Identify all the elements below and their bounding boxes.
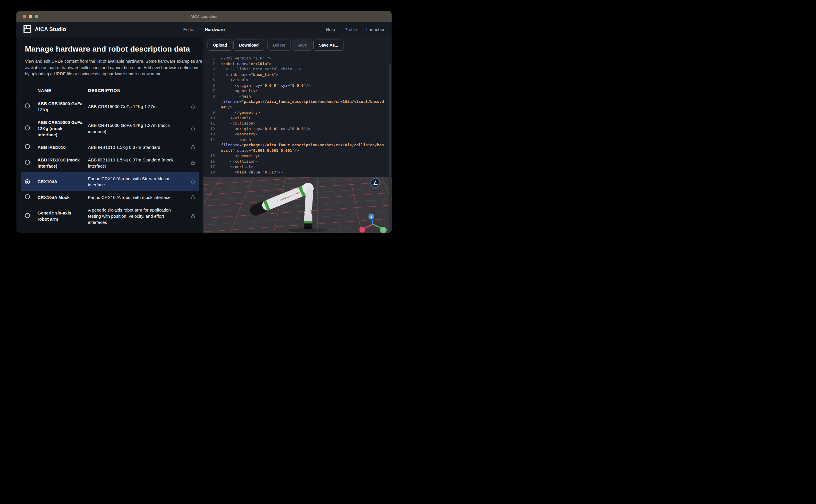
line-number: 12: [203, 126, 215, 132]
nav-item-hardware[interactable]: Hardware: [205, 27, 225, 32]
code-line: 8 <mesh filename="package://aica_fanuc_d…: [203, 94, 389, 110]
lock-icon: [187, 104, 199, 109]
app-name: AICA Studio: [35, 26, 66, 33]
nav-item-editor[interactable]: Editor: [183, 27, 195, 32]
code-line: 17 <inertial>: [203, 164, 389, 170]
toolbar-group-1: DeleteSaveSave As...: [267, 40, 344, 51]
code-text: <collision>: [221, 121, 384, 126]
code-text: <origin rpy="0 0 0" xyz="0 0 0"/>: [221, 126, 384, 132]
code-text: <mass value="4.517"/>: [221, 170, 384, 175]
table-row[interactable]: ABB CRB15000 GoFa 12KgABB CRB15000 GoFa …: [21, 97, 199, 116]
table-row[interactable]: ABB IRB1010ABB IRB1010 1.5Kg 0.37m Stand…: [21, 141, 199, 154]
upload-button[interactable]: Upload: [208, 40, 232, 51]
hardware-table: NAME DESCRIPTION ABB CRB15000 GoFa 12KgA…: [21, 85, 199, 233]
code-line: 15 </geometry>: [203, 153, 389, 159]
code-text: <geometry>: [221, 132, 384, 137]
code-text: </geometry>: [221, 153, 384, 159]
row-name: Generic six-axis robot arm: [38, 210, 88, 222]
code-line: 1<?xml version="1.0" ?>: [203, 56, 389, 61]
page-description: View and edit URDF content from the list…: [25, 58, 204, 77]
radio[interactable]: [25, 103, 30, 108]
line-number: 15: [203, 153, 215, 159]
radio-selected[interactable]: [25, 179, 30, 184]
lock-icon: [187, 126, 199, 131]
line-number: 6: [203, 83, 215, 88]
code-text: <robot name="crx10ia">: [221, 61, 384, 67]
axis-gizmo[interactable]: Z: [359, 214, 387, 233]
radio[interactable]: [25, 125, 30, 130]
code-line: 11 <collision>: [203, 121, 389, 126]
radio-cell: [21, 125, 38, 132]
table-header: NAME DESCRIPTION: [21, 85, 199, 97]
axis-x-ball[interactable]: [359, 227, 365, 233]
table-row[interactable]: ABB IRB1010 (mock interface)ABB IRB1010 …: [21, 154, 199, 172]
table-row[interactable]: Generic six-axis robot armA generic six-…: [21, 204, 199, 229]
viewport-3d[interactable]: FANUC Robot CRX-10iA Z: [203, 177, 392, 233]
radio[interactable]: [25, 144, 30, 149]
code-line: 12 <origin rpy="0 0 0" xyz="0 0 0"/>: [203, 126, 389, 132]
code-line: 16 </collision>: [203, 159, 389, 164]
code-text: <!-- links: main serial chain -->: [221, 67, 384, 72]
line-number: 16: [203, 159, 215, 164]
aica-logo-icon: [23, 25, 31, 34]
radio[interactable]: [25, 213, 30, 218]
code-line: 2<robot name="crx10ia">: [203, 61, 389, 67]
table-row[interactable]: Universal Robots 10eUR10e in default con…: [21, 229, 199, 233]
editor-toolbar: UploadDownloadDeleteSaveSave As...: [203, 37, 392, 51]
table-row[interactable]: CRX10i/AFanuc CRX10i/A robot with Stream…: [21, 172, 199, 191]
save-button[interactable]: Save: [292, 40, 312, 51]
line-number: 10: [203, 115, 215, 121]
code-text: <inertial>: [221, 164, 384, 170]
code-line: 5 <visual>: [203, 77, 389, 83]
column-header-name: NAME: [38, 87, 88, 93]
urdf-code-editor[interactable]: 1<?xml version="1.0" ?>2<robot name="crx…: [203, 53, 389, 177]
row-description: A generic six-axis robot arm for applica…: [88, 207, 187, 225]
lock-icon: [187, 195, 199, 200]
minimize-button[interactable]: [29, 15, 32, 18]
code-text: <mesh filename="package://aica_fanuc_des…: [221, 137, 384, 154]
code-line: 3 <!-- links: main serial chain -->: [203, 67, 389, 72]
radio-cell: [21, 160, 38, 166]
radio-cell: [21, 144, 38, 150]
radio-cell: [21, 194, 38, 200]
code-line: 4 <link name="base_link">: [203, 72, 389, 78]
link-help[interactable]: Help: [326, 27, 335, 32]
zoom-button[interactable]: [35, 15, 38, 18]
line-number: 3: [203, 67, 215, 72]
robot-arm: FANUC Robot CRX-10iA: [256, 183, 325, 232]
code-line: 6 <origin rpy="0 0 0" xyz="0 0 0"/>: [203, 83, 389, 88]
download-button[interactable]: Download: [233, 40, 264, 51]
angle-tool-button[interactable]: [370, 178, 380, 188]
row-description: ABB CRB15000 GoFa 12Kg 1.27m (mock inter…: [88, 122, 187, 134]
radio[interactable]: [25, 194, 30, 199]
save-as-button[interactable]: Save As...: [313, 40, 344, 51]
close-button[interactable]: [23, 15, 26, 18]
page-title: Manage hardware and robot description da…: [25, 45, 196, 54]
line-number: 8: [203, 94, 215, 110]
radio[interactable]: [25, 160, 30, 165]
content: Manage hardware and robot description da…: [16, 37, 392, 233]
line-number: 14: [203, 137, 215, 154]
titlebar: AICA Launcher: [16, 11, 392, 22]
app-header: AICA Studio EditorHardware HelpProfileLa…: [16, 22, 392, 37]
row-description: Fanuc CRX10i/A robot with mock interface: [88, 194, 187, 200]
left-panel: Manage hardware and robot description da…: [16, 37, 203, 233]
line-number: 13: [203, 132, 215, 137]
table-row[interactable]: ABB CRB15000 GoFa 12Kg (mock interface)A…: [21, 116, 199, 141]
link-profile[interactable]: Profile: [344, 27, 357, 32]
table-row[interactable]: CRX10i/A MockFanuc CRX10i/A robot with m…: [21, 191, 199, 204]
row-name: ABB IRB1010 (mock interface): [38, 157, 88, 169]
grid-major-lines: [203, 177, 392, 233]
editor-scrollbar[interactable]: [389, 64, 391, 233]
row-description: ABB IRB1010 1.5Kg 0.37m Standard: [88, 144, 187, 150]
header-links: HelpProfileLauncher: [326, 27, 385, 32]
link-launcher[interactable]: Launcher: [366, 27, 385, 32]
code-text: </collision>: [221, 159, 384, 164]
lock-icon: [187, 145, 199, 149]
row-description: UR10e in default configuration, with IP …: [88, 232, 187, 233]
delete-button[interactable]: Delete: [267, 40, 291, 51]
header-nav: EditorHardware: [183, 27, 225, 32]
app-window: AICA Launcher AICA Studio EditorHardware…: [16, 11, 392, 233]
row-name: ABB CRB15000 GoFa 12Kg (mock interface): [38, 119, 88, 138]
window-title: AICA Launcher: [16, 14, 392, 19]
